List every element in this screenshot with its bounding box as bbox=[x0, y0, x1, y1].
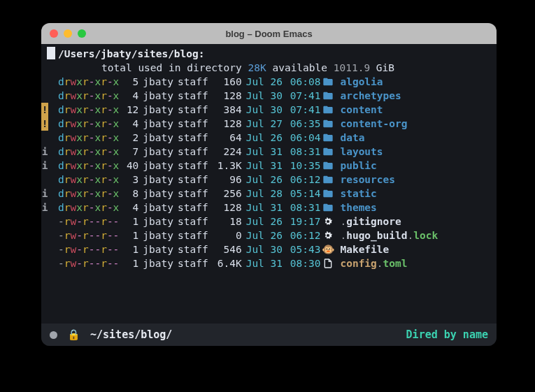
time: 06:35 bbox=[283, 117, 320, 131]
dired-row[interactable]: !drwxr-xr-x4jbatystaff128Jul 27 06:35con… bbox=[41, 117, 497, 131]
owner: jbaty bbox=[138, 75, 173, 89]
date: Jul 30 bbox=[242, 103, 283, 117]
lock-icon: 🔒 bbox=[67, 328, 80, 341]
size: 546 bbox=[208, 242, 242, 256]
date: Jul 28 bbox=[242, 187, 283, 201]
permissions: drwxr-xr-x bbox=[58, 103, 119, 117]
time: 06:12 bbox=[283, 228, 320, 242]
dired-totals: total used in directory 28K available 10… bbox=[41, 61, 497, 75]
dired-mark bbox=[41, 228, 48, 242]
time: 05:14 bbox=[283, 187, 320, 201]
dired-row[interactable]: idrwxr-xr-x40jbatystaff1.3KJul 31 10:35p… bbox=[41, 159, 497, 173]
date: Jul 26 bbox=[242, 131, 283, 145]
owner: jbaty bbox=[138, 187, 173, 201]
dired-row[interactable]: drwxr-xr-x4jbatystaff128Jul 30 07:41arch… bbox=[41, 89, 497, 103]
link-count: 3 bbox=[119, 173, 138, 187]
owner: jbaty bbox=[138, 103, 173, 117]
folder-icon bbox=[320, 103, 336, 117]
dired-mark bbox=[41, 89, 48, 103]
time: 08:31 bbox=[283, 145, 320, 159]
date: Jul 30 bbox=[242, 242, 283, 256]
dired-mark bbox=[41, 75, 48, 89]
group: staff bbox=[173, 173, 208, 187]
permissions: drwxr-xr-x bbox=[58, 145, 119, 159]
dired-row[interactable]: -rw-r--r--1jbatystaff546Jul 30 05:43🐵Mak… bbox=[41, 242, 497, 256]
link-count: 1 bbox=[119, 242, 138, 256]
size: 0 bbox=[208, 228, 242, 242]
file-icon bbox=[320, 256, 336, 270]
date: Jul 26 bbox=[242, 228, 283, 242]
gear-icon bbox=[320, 215, 336, 228]
group: staff bbox=[173, 89, 208, 103]
buffer-state-indicator bbox=[50, 331, 57, 339]
cursor bbox=[47, 47, 55, 59]
folder-icon bbox=[320, 187, 336, 201]
size: 6.4K bbox=[208, 256, 242, 270]
dired-row[interactable]: idrwxr-xr-x7jbatystaff224Jul 31 08:31lay… bbox=[41, 145, 497, 159]
date: Jul 31 bbox=[242, 159, 283, 173]
dired-row[interactable]: drwxr-xr-x2jbatystaff64Jul 26 06:04data bbox=[41, 131, 497, 145]
link-count: 7 bbox=[119, 145, 138, 159]
dired-mark bbox=[41, 173, 48, 187]
dired-row[interactable]: -rw-r--r--1jbatystaff0Jul 26 06:12.hugo_… bbox=[41, 228, 497, 242]
size: 128 bbox=[208, 89, 242, 103]
modeline-left: 🔒 ~/sites/blog/ bbox=[50, 328, 172, 341]
size: 384 bbox=[208, 103, 242, 117]
folder-icon bbox=[320, 131, 336, 145]
major-mode: Dired by name bbox=[406, 328, 488, 341]
time: 06:04 bbox=[283, 131, 320, 145]
link-count: 8 bbox=[119, 187, 138, 201]
link-count: 4 bbox=[119, 89, 138, 103]
group: staff bbox=[173, 242, 208, 256]
dired-header: /Users/jbaty/sites/blog: bbox=[41, 47, 497, 61]
link-count: 4 bbox=[119, 117, 138, 131]
dired-mark bbox=[41, 215, 48, 228]
link-count: 12 bbox=[119, 103, 138, 117]
time: 19:17 bbox=[283, 215, 320, 228]
permissions: -rw-r--r-- bbox=[58, 228, 119, 242]
gear-icon bbox=[320, 228, 336, 242]
dired-row[interactable]: -rw-r--r--1jbatystaff18Jul 26 19:17.giti… bbox=[41, 215, 497, 228]
dired-row[interactable]: idrwxr-xr-x8jbatystaff256Jul 28 05:14sta… bbox=[41, 187, 497, 201]
permissions: -rw-r--r-- bbox=[58, 256, 119, 270]
zoom-window-button[interactable] bbox=[78, 29, 86, 38]
owner: jbaty bbox=[138, 215, 173, 228]
dired-listing: drwxr-xr-x5jbatystaff160Jul 26 06:08algo… bbox=[41, 75, 497, 270]
permissions: drwxr-xr-x bbox=[58, 159, 119, 173]
date: Jul 26 bbox=[242, 75, 283, 89]
dired-buffer[interactable]: /Users/jbaty/sites/blog: total used in d… bbox=[41, 44, 497, 324]
dired-mark: i bbox=[41, 187, 48, 201]
size: 224 bbox=[208, 145, 242, 159]
dired-row[interactable]: drwxr-xr-x5jbatystaff160Jul 26 06:08algo… bbox=[41, 75, 497, 89]
minimize-window-button[interactable] bbox=[64, 29, 72, 38]
folder-icon bbox=[320, 75, 336, 89]
owner: jbaty bbox=[138, 145, 173, 159]
owner: jbaty bbox=[138, 131, 173, 145]
size: 256 bbox=[208, 187, 242, 201]
link-count: 5 bbox=[119, 75, 138, 89]
dired-mark: ! bbox=[41, 103, 48, 117]
link-count: 1 bbox=[119, 256, 138, 270]
size: 1.3K bbox=[208, 159, 242, 173]
permissions: drwxr-xr-x bbox=[58, 173, 119, 187]
folder-icon bbox=[320, 117, 336, 131]
window-title: blog – Doom Emacs bbox=[41, 29, 497, 39]
dired-mark: ! bbox=[41, 117, 48, 131]
dired-row[interactable]: !drwxr-xr-x12jbatystaff384Jul 30 07:41co… bbox=[41, 103, 497, 117]
owner: jbaty bbox=[138, 117, 173, 131]
dired-mark bbox=[41, 242, 48, 256]
permissions: drwxr-xr-x bbox=[58, 117, 119, 131]
emacs-window: blog – Doom Emacs /Users/jbaty/sites/blo… bbox=[41, 23, 497, 346]
folder-icon bbox=[320, 89, 336, 103]
dired-row[interactable]: drwxr-xr-x3jbatystaff96Jul 26 06:12resou… bbox=[41, 173, 497, 187]
dired-row[interactable]: idrwxr-xr-x4jbatystaff128Jul 31 08:31the… bbox=[41, 201, 497, 215]
permissions: drwxr-xr-x bbox=[58, 89, 119, 103]
titlebar: blog – Doom Emacs bbox=[41, 23, 497, 44]
link-count: 1 bbox=[119, 228, 138, 242]
permissions: drwxr-xr-x bbox=[58, 75, 119, 89]
dired-path: /Users/jbaty/sites/blog: bbox=[58, 47, 205, 61]
dired-row[interactable]: -rw-r--r--1jbatystaff6.4KJul 31 08:30con… bbox=[41, 256, 497, 270]
date: Jul 30 bbox=[242, 89, 283, 103]
close-window-button[interactable] bbox=[50, 29, 58, 38]
date: Jul 26 bbox=[242, 173, 283, 187]
